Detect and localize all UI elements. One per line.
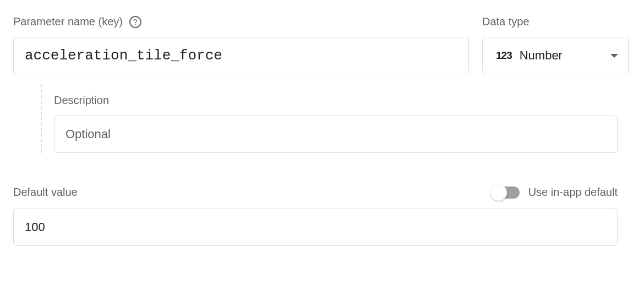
indent-line: [41, 84, 42, 153]
description-input[interactable]: [54, 116, 618, 153]
use-in-app-default-toggle[interactable]: [492, 187, 520, 199]
data-type-label: Data type: [482, 15, 530, 28]
data-type-select[interactable]: 123 Number: [482, 37, 629, 74]
parameter-name-input[interactable]: [13, 37, 469, 74]
default-value-label: Default value: [13, 186, 78, 199]
use-in-app-default-label: Use in-app default: [528, 186, 618, 199]
number-icon: 123: [496, 50, 512, 62]
chevron-down-icon: [610, 54, 618, 58]
data-type-value: Number: [520, 48, 603, 63]
parameter-name-label: Parameter name (key): [13, 15, 123, 28]
description-label: Description: [54, 94, 618, 107]
toggle-knob: [490, 184, 507, 201]
default-value-input[interactable]: [13, 209, 618, 246]
help-icon[interactable]: ?: [129, 16, 141, 28]
